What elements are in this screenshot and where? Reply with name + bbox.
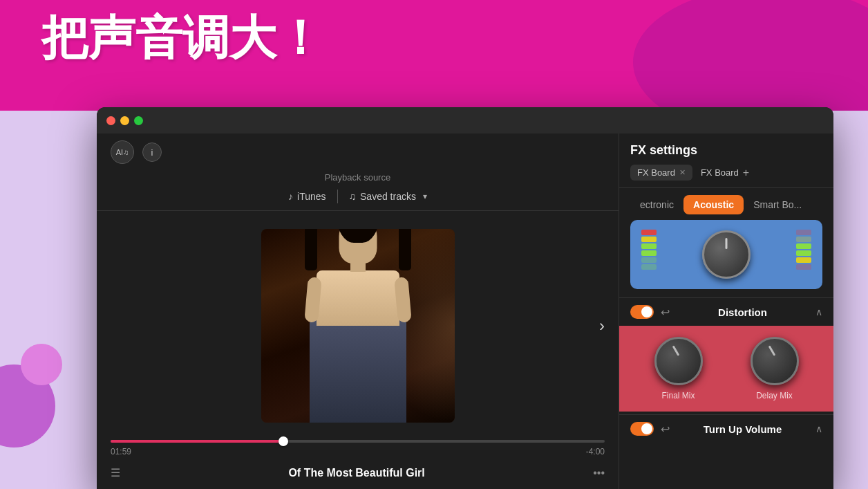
delay-mix-label: Delay Mix: [756, 391, 793, 400]
fx-board-tabs: FX Board ✕ FX Board +: [630, 165, 822, 181]
fx-board-add-section: FX Board +: [701, 167, 749, 179]
title-bar: [97, 107, 833, 133]
bg-blob-left2: [21, 344, 62, 385]
fx-board-tab-1-label: FX Board: [701, 167, 739, 178]
tuv-section-name: Turn Up Volume: [670, 423, 815, 435]
delay-mix-knob-indicator: [768, 345, 775, 356]
source-tabs: ♪ iTunes ♫ Saved tracks ▾: [277, 188, 438, 205]
info-label: i: [151, 147, 153, 158]
preset-tab-electronic[interactable]: ectronic: [630, 195, 683, 214]
add-fx-board-button[interactable]: +: [743, 167, 749, 179]
fx-board-tab-0-label: FX Board: [637, 167, 675, 178]
eq-vu-right: [796, 230, 811, 278]
info-button[interactable]: i: [142, 142, 162, 162]
source-tab-saved[interactable]: ♫ Saved tracks ▾: [338, 188, 438, 205]
page-title-chinese: 把声音调大！: [41, 7, 323, 70]
final-mix-knob[interactable]: [654, 337, 703, 385]
preset-tabs: ectronic Acoustic Smart Bo...: [619, 188, 833, 220]
queue-icon[interactable]: ☰: [111, 466, 120, 479]
itunes-tab-label: iTunes: [297, 191, 326, 202]
preset-tab-acoustic[interactable]: Acoustic: [683, 195, 744, 214]
delay-mix-group: Delay Mix: [751, 337, 799, 400]
fx-panel-title: FX settings: [630, 143, 822, 158]
remaining-time: -4:00: [586, 447, 605, 456]
arrow-right-icon: ›: [599, 316, 605, 335]
fx-section-distortion-header[interactable]: ↩ Distortion ∧: [619, 298, 833, 326]
preset-tab-smart[interactable]: Smart Bo...: [744, 195, 811, 214]
playback-source-bar: Playback source ♪ iTunes ♫ Saved tracks …: [97, 164, 619, 211]
playback-source-label: Playback source: [325, 172, 390, 183]
ai-button[interactable]: AI♫: [111, 140, 134, 164]
traffic-lights: [106, 116, 143, 125]
fx-section-turn-up-volume: ↩ Turn Up Volume ∧: [619, 414, 833, 443]
preset-tab-acoustic-label: Acoustic: [693, 199, 734, 210]
player-panel: AI♫ i Playback source ♪ iTunes ♫: [97, 133, 619, 489]
traffic-light-minimize[interactable]: [120, 116, 129, 125]
tuv-toggle[interactable]: [630, 422, 654, 436]
saved-tracks-dropdown-icon: ▾: [423, 192, 427, 201]
fx-sections: ↩ Distortion ∧ Final Mix: [619, 297, 833, 489]
distortion-toggle[interactable]: [630, 305, 654, 319]
traffic-light-close[interactable]: [106, 116, 115, 125]
ai-label: AI♫: [116, 148, 129, 156]
eq-main-knob[interactable]: [702, 230, 751, 279]
song-title: Of The Most Beautiful Girl: [127, 467, 586, 479]
album-art: [261, 229, 455, 423]
distortion-reset-icon[interactable]: ↩: [661, 306, 670, 319]
saved-tracks-tab-label: Saved tracks: [360, 191, 416, 202]
fx-header: FX settings FX Board ✕ FX Board +: [619, 133, 833, 188]
more-options-icon[interactable]: •••: [593, 467, 605, 479]
fx-board-tab-0[interactable]: FX Board ✕: [630, 165, 692, 181]
player-main-area: ›: [97, 211, 619, 440]
current-time: 01:59: [111, 447, 131, 456]
tuv-chevron-icon: ∧: [815, 423, 822, 434]
progress-bar[interactable]: [111, 440, 605, 443]
eq-visualizer: [630, 220, 822, 289]
fx-panel: FX settings FX Board ✕ FX Board + ectron…: [619, 133, 833, 489]
progress-area: 01:59 -4:00: [97, 440, 619, 462]
progress-thumb[interactable]: [279, 436, 288, 446]
saved-music-icon: ♫: [349, 191, 357, 202]
final-mix-label: Final Mix: [661, 391, 695, 400]
fx-section-tuv-header[interactable]: ↩ Turn Up Volume ∧: [619, 415, 833, 443]
distortion-chevron-icon: ∧: [815, 306, 822, 317]
next-track-arrow[interactable]: ›: [599, 316, 605, 335]
distortion-section-name: Distortion: [670, 306, 815, 318]
fx-board-tab-0-close[interactable]: ✕: [679, 168, 686, 177]
distortion-toggle-thumb: [641, 306, 652, 317]
distortion-knobs-area: Final Mix Delay Mix: [619, 326, 833, 412]
preset-tab-electronic-label: ectronic: [640, 199, 674, 210]
fx-section-distortion: ↩ Distortion ∧ Final Mix: [619, 297, 833, 412]
traffic-light-fullscreen[interactable]: [134, 116, 143, 125]
album-art-container: [261, 229, 455, 423]
delay-mix-knob[interactable]: [751, 337, 799, 385]
app-window: AI♫ i Playback source ♪ iTunes ♫: [97, 107, 833, 489]
tuv-reset-icon[interactable]: ↩: [661, 423, 670, 436]
progress-fill: [111, 440, 283, 443]
eq-vu-left: [641, 230, 657, 278]
song-info-bar: ☰ Of The Most Beautiful Girl •••: [97, 462, 619, 489]
final-mix-group: Final Mix: [654, 337, 703, 400]
preset-tab-smart-label: Smart Bo...: [753, 199, 802, 210]
eq-knob-indicator: [726, 238, 728, 249]
final-mix-knob-indicator: [672, 345, 679, 356]
progress-times: 01:59 -4:00: [111, 447, 605, 456]
window-content: AI♫ i Playback source ♪ iTunes ♫: [97, 133, 833, 489]
tuv-toggle-thumb: [641, 423, 652, 434]
player-top-controls: AI♫ i: [97, 133, 619, 164]
itunes-music-icon: ♪: [288, 191, 293, 202]
source-tab-itunes[interactable]: ♪ iTunes: [277, 188, 337, 205]
